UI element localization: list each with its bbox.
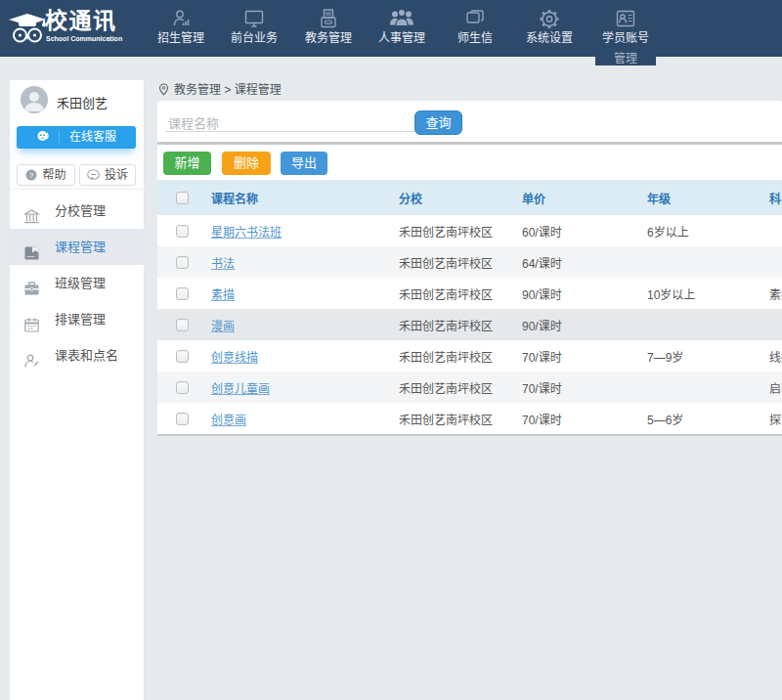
svg-text:?: ?	[29, 171, 34, 180]
